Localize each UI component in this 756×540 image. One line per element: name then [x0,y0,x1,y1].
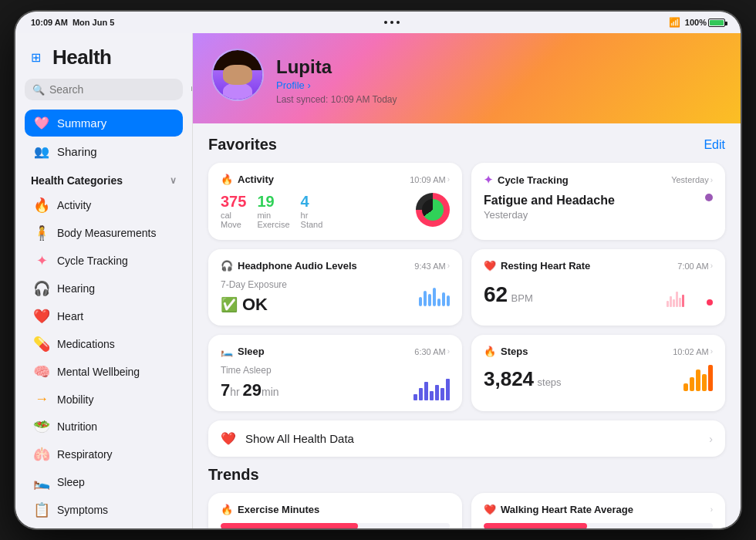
steps-chevron-icon: › [710,347,713,356]
favorites-header: Favorites Edit [208,136,725,154]
trend-exercise-bar [221,523,358,528]
respiratory-icon: 🫁 [32,446,51,463]
avatar-face-skin [223,65,252,85]
trend-exercise-icon: 🔥 [221,504,233,515]
cycle-tracking-card[interactable]: ✦ Cycle Tracking Yesterday › F [471,163,725,240]
cycle-card-title: ✦ Cycle Tracking [484,174,569,186]
symptoms-icon: 📋 [32,501,51,518]
trend-exercise-bar-container [221,523,450,528]
sleep-icon: 🛌 [32,474,51,491]
profile-link[interactable]: Profile › [276,79,397,91]
activity-card-header: 🔥 Activity 10:09 AM › [221,174,450,185]
exposure-label: 7-Day Exposure [221,279,287,290]
heart-icon: ❤️ [32,308,51,325]
activity-card-time: 10:09 AM › [410,175,450,184]
sleep-card[interactable]: 🛏️ Sleep 6:30 AM › Time Aslee [208,335,462,411]
sleep-label: Time Asleep [221,365,279,376]
nav-item-summary[interactable]: 🩷 Summary [25,110,183,137]
steps-card[interactable]: 🔥 Steps 10:02 AM › 3,824 [471,335,725,411]
stand-label: Stand [301,220,323,229]
sidebar-item-nutrition[interactable]: 🥗 Nutrition [25,413,183,440]
sleep-bar-6 [440,388,444,400]
sidebar-item-cycle[interactable]: ✦ Cycle Tracking [25,247,183,275]
medications-label: Medications [57,338,115,350]
sleep-hours: 7 [221,380,230,400]
steps-details: 3,824 steps [484,367,562,391]
bpm-unit: BPM [511,292,533,304]
show-all-label: Show All Health Data [245,432,700,445]
sidebar-item-body[interactable]: 🧍 Body Measurements [25,219,183,247]
sleep-min-label: min [262,386,279,398]
steps-bar-5 [708,365,713,391]
trend-exercise-title: 🔥 Exercise Minutes [221,504,319,515]
steps-card-icon: 🔥 [484,346,496,357]
mental-icon: 🧠 [32,363,51,380]
sidebar-item-symptoms[interactable]: 📋 Symptoms [25,496,183,524]
cycle-card-time: Yesterday › [671,175,713,184]
headphone-card[interactable]: 🎧 Headphone Audio Levels 9:43 AM › [208,249,462,326]
categories-header: Health Categories ∨ [25,167,183,191]
search-input[interactable] [49,83,184,96]
edit-button[interactable]: Edit [704,138,725,152]
hg-bar-1 [667,301,669,307]
steps-bars [683,365,713,391]
mobility-label: Mobility [57,393,93,406]
status-left: 10:09 AM Mon Jun 5 [31,18,114,27]
sidebar-item-sleep[interactable]: 🛌 Sleep [25,468,183,496]
trend-heart-icon: ❤️ [484,504,496,515]
show-all-chevron-icon: › [709,433,713,445]
nav-item-sharing[interactable]: 👥 Sharing [25,138,183,165]
sidebar-header: ⊞ Health [25,46,183,69]
show-all-health-button[interactable]: ❤️ Show All Health Data › [208,420,725,457]
sidebar-item-hearing[interactable]: 🎧 Hearing [25,275,183,302]
heart-chevron-icon: › [710,262,713,270]
trend-exercise-card[interactable]: 🔥 Exercise Minutes [208,493,462,528]
ok-badge: ✅ OK [221,295,287,315]
cycle-details: Fatigue and Headache Yesterday [484,194,615,221]
hg-bar-4 [676,292,678,307]
sidebar-item-mental[interactable]: 🧠 Mental Wellbeing [25,358,183,386]
profile-header: Lupita Profile › Last synced: 10:09 AM T… [193,33,741,123]
sleep-duration: 7hr 29min [221,380,279,400]
categories-title: Health Categories [31,174,123,187]
activity-chevron-icon: › [447,175,450,184]
headphone-card-time: 9:43 AM › [414,262,450,271]
favorites-title: Favorites [208,136,277,154]
steps-card-time: 10:02 AM › [673,347,713,356]
audio-bars [419,288,450,306]
bpm-display: 62 BPM [484,282,533,307]
sidebar-item-activity[interactable]: 🔥 Activity [25,191,183,219]
sleep-bar-2 [419,388,423,400]
main-content: Lupita Profile › Last synced: 10:09 AM T… [193,33,741,528]
battery-percent: 100% [685,18,707,27]
steps-bar-1 [683,383,688,391]
status-right: 📶 100% [669,17,725,28]
activity-metrics: 375 cal Move 19 min Exercise [221,193,450,229]
trend-heart-header: ❤️ Walking Heart Rate Average › [484,504,713,515]
sidebar-item-mobility[interactable]: → Mobility [25,386,183,413]
sidebar-item-medications[interactable]: 💊 Medications [25,330,183,358]
ok-text: OK [242,295,268,315]
sidebar-toggle-button[interactable]: ⊞ [25,49,46,66]
nutrition-label: Nutrition [57,420,97,433]
sidebar-item-respiratory[interactable]: 🫁 Respiratory [25,440,183,468]
audio-bar-4 [433,288,436,306]
activity-card[interactable]: 🔥 Activity 10:09 AM › 375 [208,163,462,240]
search-icon: 🔍 [32,84,45,96]
activity-icon: 🔥 [32,197,51,214]
heart-rate-card-time: 7:00 AM › [677,262,713,271]
sidebar-item-heart[interactable]: ❤️ Heart [25,302,183,330]
sleep-chevron-icon: › [447,347,450,356]
trend-heart-card[interactable]: ❤️ Walking Heart Rate Average › [471,493,725,528]
sleep-bar-1 [413,394,417,400]
heart-rate-card-title: ❤️ Resting Heart Rate [484,260,590,272]
dot-2 [390,21,393,24]
headphone-chevron-icon: › [447,262,450,270]
audio-bar-3 [428,294,431,306]
sleep-bar-5 [435,385,439,400]
sleep-bar-3 [424,382,428,400]
resting-heart-icon: ❤️ [484,260,496,272]
heart-rate-card[interactable]: ❤️ Resting Heart Rate 7:00 AM › [471,249,725,326]
sleep-card-title: 🛏️ Sleep [221,346,265,357]
search-bar[interactable]: 🔍 🎙 [25,79,183,100]
